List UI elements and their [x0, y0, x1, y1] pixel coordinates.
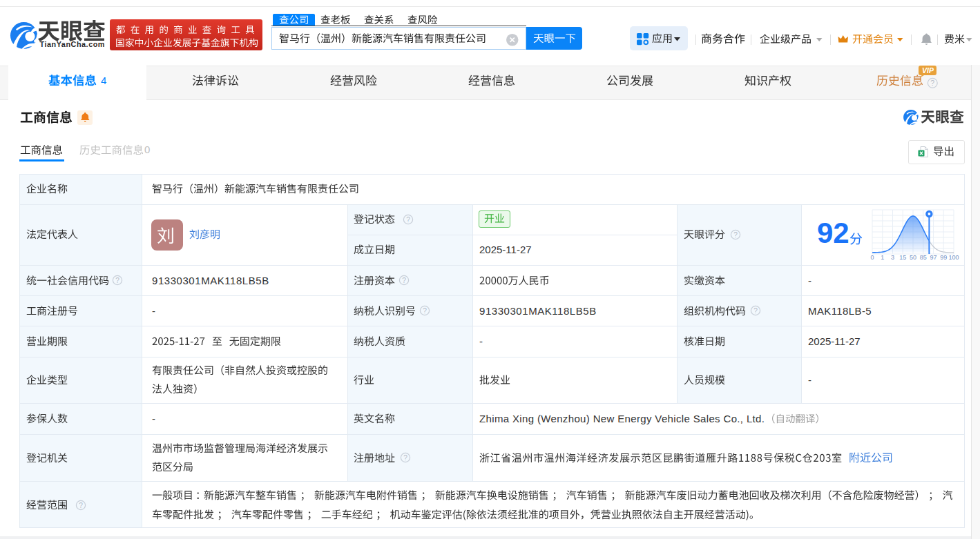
svg-text:?: ? [733, 231, 738, 238]
svg-text:?: ? [930, 79, 934, 87]
svg-text:?: ? [423, 307, 427, 315]
svg-text:?: ? [79, 501, 83, 509]
svg-text:?: ? [403, 454, 407, 462]
svg-text:?: ? [115, 277, 119, 284]
svg-text:?: ? [402, 277, 406, 284]
svg-text:?: ? [406, 215, 410, 223]
svg-text:?: ? [753, 307, 758, 315]
